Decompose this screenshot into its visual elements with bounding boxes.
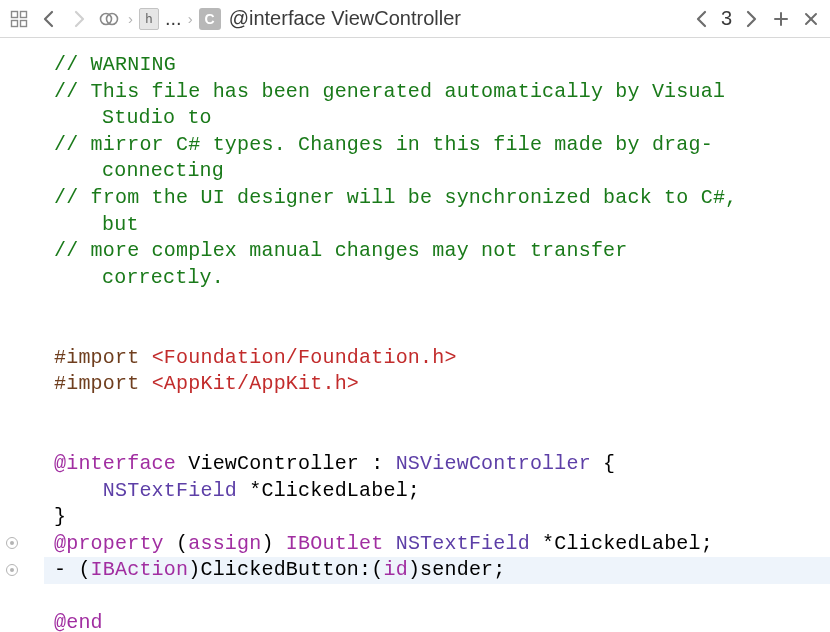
code-identifier: ViewController <box>188 452 359 475</box>
related-items-icon[interactable] <box>6 6 32 32</box>
code-keyword: assign <box>188 532 261 555</box>
code-comment: // WARNING <box>54 53 176 76</box>
code-comment: // This file has been generated automati… <box>54 80 737 103</box>
code-keyword: @interface <box>54 452 176 475</box>
code-import-header: <AppKit/AppKit.h> <box>152 372 359 395</box>
next-issue-button[interactable] <box>738 6 764 32</box>
svg-rect-3 <box>21 20 27 26</box>
action-connection-indicator[interactable] <box>6 564 18 576</box>
svg-rect-2 <box>12 20 18 26</box>
code-keyword: IBOutlet <box>286 532 384 555</box>
code-editor[interactable]: // WARNING // This file has been generat… <box>0 38 830 632</box>
code-import-header: <Foundation/Foundation.h> <box>152 346 457 369</box>
code-comment: // mirror C# types. Changes in this file… <box>54 133 713 156</box>
code-comment: // from the UI designer will be synchron… <box>54 186 750 209</box>
code-preprocessor: #import <box>54 346 139 369</box>
counterparts-icon[interactable] <box>96 6 122 32</box>
code-type: NSTextField <box>103 479 237 502</box>
code-type: NSTextField <box>396 532 530 555</box>
forward-button[interactable] <box>66 6 92 32</box>
prev-issue-button[interactable] <box>689 6 715 32</box>
close-editor-button[interactable] <box>798 6 824 32</box>
code-type: NSViewController <box>396 452 591 475</box>
code-keyword: @property <box>54 532 164 555</box>
class-icon[interactable]: C <box>199 8 221 30</box>
svg-rect-1 <box>21 11 27 17</box>
add-editor-button[interactable] <box>768 6 794 32</box>
breadcrumb-separator: › <box>128 10 133 27</box>
code-preprocessor: #import <box>54 372 139 395</box>
code-comment: correctly. <box>102 266 224 289</box>
back-button[interactable] <box>36 6 62 32</box>
breadcrumb-separator: › <box>188 10 193 27</box>
breadcrumb-toolbar: › h ... › C @interface ViewController 3 <box>0 0 830 38</box>
code-keyword: id <box>383 558 407 581</box>
code-comment: connecting <box>102 159 224 182</box>
svg-rect-0 <box>12 11 18 17</box>
code-comment: // more complex manual changes may not t… <box>54 239 640 262</box>
code-area[interactable]: // WARNING // This file has been generat… <box>44 38 830 632</box>
outlet-connection-indicator[interactable] <box>6 537 18 549</box>
issue-count: 3 <box>721 7 732 30</box>
code-keyword: IBAction <box>91 558 189 581</box>
code-keyword: @end <box>54 611 103 632</box>
gutter[interactable] <box>0 38 44 632</box>
code-comment: Studio to <box>102 106 212 129</box>
breadcrumb-symbol[interactable]: @interface ViewController <box>229 7 461 30</box>
file-icon[interactable]: h <box>139 8 159 30</box>
code-comment: but <box>102 213 139 236</box>
breadcrumb-ellipsis[interactable]: ... <box>165 7 182 30</box>
